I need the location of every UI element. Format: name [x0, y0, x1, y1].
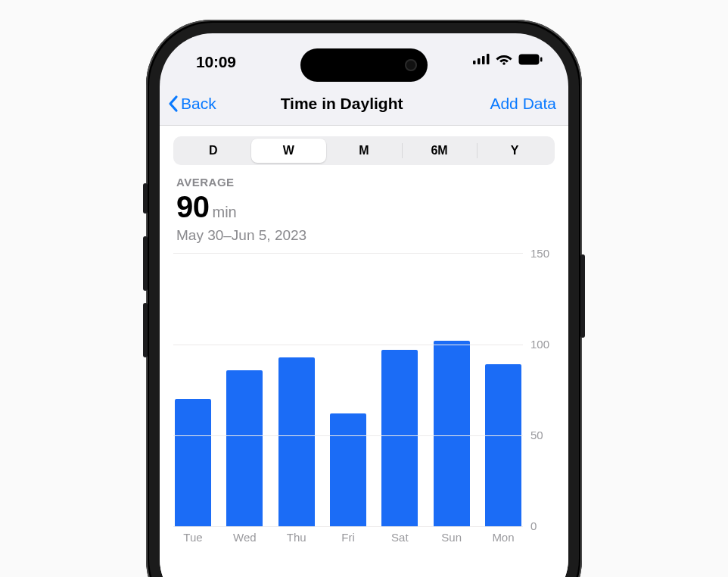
chart-bar: [175, 399, 211, 526]
chart-bar: [381, 350, 418, 526]
chart-x-tick: Fri: [341, 531, 355, 547]
page-title: Time in Daylight: [194, 95, 490, 113]
chart-y-tick: 150: [530, 247, 549, 260]
chart-x-tick: Thu: [287, 531, 306, 547]
svg-rect-1: [478, 58, 481, 64]
content-area: DWM6MY AVERAGE 90min May 30–Jun 5, 2023 …: [160, 126, 568, 577]
chart-bar-column: Wed: [226, 254, 263, 547]
chart-bar-column: Sat: [381, 254, 418, 547]
chart-x-tick: Wed: [233, 531, 257, 547]
phone-side-button: [143, 183, 148, 214]
svg-rect-2: [482, 56, 485, 64]
phone-side-button: [143, 236, 148, 291]
chart-bar-column: Fri: [330, 254, 366, 547]
chart-x-tick: Sun: [441, 531, 462, 547]
chart-y-axis: 050100150: [523, 253, 555, 547]
svg-point-4: [502, 62, 506, 65]
chart-gridline: [173, 435, 523, 436]
svg-rect-6: [540, 57, 543, 61]
svg-rect-0: [473, 61, 476, 64]
phone-side-button: [143, 303, 148, 357]
chart-bar-column: Sun: [434, 254, 470, 547]
chart-gridline: [173, 345, 523, 345]
chart-y-tick: 100: [530, 338, 549, 351]
segment-y[interactable]: Y: [477, 139, 552, 163]
wifi-icon: [496, 53, 512, 65]
status-bar: 10:09: [160, 33, 568, 88]
chart-x-tick: Mon: [492, 531, 514, 547]
chart-bar-column: Thu: [278, 254, 315, 547]
chart-bar-column: Mon: [485, 254, 521, 547]
phone-side-button: [580, 254, 585, 338]
add-data-button[interactable]: Add Data: [490, 95, 556, 113]
chart-bar: [485, 364, 521, 526]
svg-rect-3: [487, 54, 490, 64]
battery-icon: [518, 54, 543, 65]
cellular-icon: [473, 54, 490, 64]
segment-6m[interactable]: 6M: [402, 139, 478, 163]
chart-bar-column: Tue: [175, 254, 211, 547]
chart-bar: [434, 341, 470, 526]
segment-d[interactable]: D: [176, 139, 251, 163]
chart-bar: [226, 370, 263, 526]
chart-gridline: [173, 526, 523, 527]
phone-screen: 10:09: [160, 33, 568, 577]
summary-block: AVERAGE 90min May 30–Jun 5, 2023: [173, 165, 555, 247]
chart-y-tick: 0: [530, 519, 537, 532]
phone-frame: 10:09: [146, 20, 582, 577]
segment-w[interactable]: W: [251, 139, 327, 163]
summary-value: 90min: [176, 190, 552, 224]
segment-m[interactable]: M: [326, 139, 402, 163]
chart-x-tick: Tue: [183, 531, 202, 547]
summary-unit: min: [213, 204, 237, 220]
chart-bar: [330, 413, 366, 526]
chart-plot-area: TueWedThuFriSatSunMon: [173, 253, 523, 547]
time-range-segmented[interactable]: DWM6MY: [173, 136, 555, 165]
nav-bar: Back Time in Daylight Add Data: [160, 88, 568, 126]
svg-rect-5: [519, 54, 540, 64]
chevron-left-icon: [167, 95, 179, 113]
chart: TueWedThuFriSatSunMon 050100150: [173, 253, 555, 554]
summary-number: 90: [176, 190, 210, 223]
status-time: 10:09: [196, 53, 236, 71]
summary-label: AVERAGE: [176, 176, 552, 189]
summary-date-range: May 30–Jun 5, 2023: [176, 227, 552, 244]
chart-x-tick: Sat: [391, 531, 409, 547]
chart-bar: [278, 357, 315, 526]
chart-y-tick: 50: [530, 429, 543, 441]
